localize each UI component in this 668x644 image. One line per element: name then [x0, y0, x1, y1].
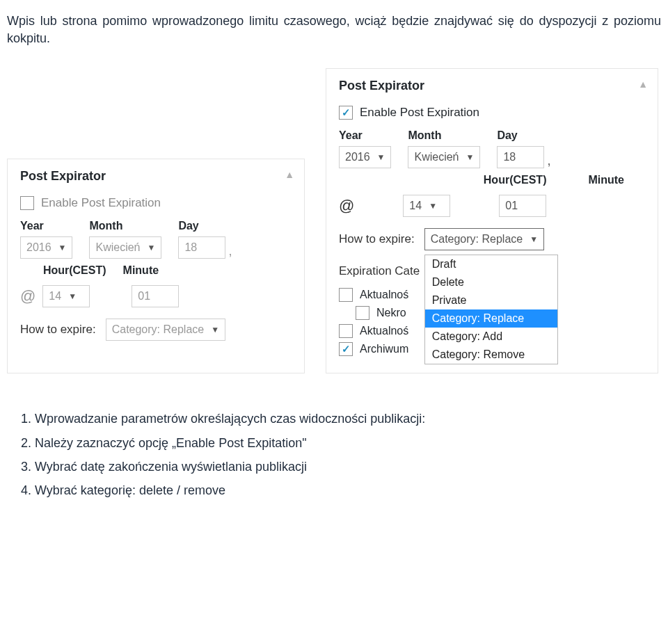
minute-label: Minute: [588, 174, 624, 186]
post-expirator-panel-disabled: ▲ Post Expirator Enable Post Expiration …: [7, 159, 305, 373]
year-label: Year: [339, 129, 391, 142]
enable-expiration-label: Enable Post Expiration: [41, 196, 161, 210]
day-label: Day: [497, 129, 550, 142]
chevron-down-icon: ▼: [429, 201, 437, 211]
dropdown-option[interactable]: Private: [425, 291, 557, 309]
chevron-down-icon: ▼: [68, 291, 77, 301]
month-label: Month: [89, 220, 161, 232]
how-to-expire-label: How to expire:: [20, 323, 96, 337]
post-expirator-panel-enabled: ▲ Post Expirator Enable Post Expiration …: [326, 68, 658, 373]
category-label: Aktualnoś: [360, 289, 408, 301]
how-to-expire-dropdown: Draft Delete Private Category: Replace C…: [424, 255, 558, 364]
dropdown-option[interactable]: Category: Remove: [425, 346, 557, 364]
comma: ,: [228, 244, 232, 259]
year-label: Year: [20, 220, 72, 232]
category-checkbox[interactable]: [356, 306, 369, 320]
chevron-down-icon: ▼: [211, 325, 219, 335]
year-select[interactable]: 2016▼: [20, 236, 72, 259]
category-checkbox[interactable]: [339, 288, 353, 302]
how-to-expire-select[interactable]: Category: Replace▼: [106, 319, 225, 341]
enable-expiration-label: Enable Post Expiration: [360, 106, 479, 120]
panel-title: Post Expirator: [20, 169, 292, 184]
step-item: Wprowadzanie parametrów określających cz…: [35, 407, 661, 430]
comma: ,: [547, 154, 550, 168]
chevron-down-icon: ▼: [148, 243, 156, 252]
instruction-steps: Wprowadzanie parametrów określających cz…: [7, 407, 661, 502]
dropdown-option[interactable]: Category: Add: [425, 328, 557, 346]
day-input[interactable]: 18: [497, 146, 544, 168]
category-label: Nekro: [376, 307, 406, 319]
intro-text: Wpis lub strona pomimo wprowadzonego lim…: [7, 13, 661, 47]
at-symbol: @: [20, 287, 35, 305]
step-item: Należy zaznaczyć opcję „Enable Post Expi…: [35, 431, 661, 455]
step-item: Wybrać kategorię: delete / remove: [35, 478, 661, 502]
chevron-down-icon: ▼: [377, 152, 385, 162]
hour-select[interactable]: 14▼: [42, 285, 90, 307]
minute-input[interactable]: 01: [499, 195, 546, 217]
at-symbol: @: [339, 197, 354, 215]
hour-label: Hour(CEST): [484, 174, 547, 186]
panel-title: Post Expirator: [339, 79, 645, 93]
hour-select[interactable]: 14▼: [403, 195, 450, 217]
dropdown-option[interactable]: Draft: [425, 255, 557, 273]
category-checkbox[interactable]: [339, 342, 353, 356]
dropdown-option-selected[interactable]: Category: Replace: [425, 309, 557, 328]
chevron-down-icon: ▼: [466, 152, 475, 162]
month-select[interactable]: Kwiecień▼: [408, 146, 480, 168]
month-select[interactable]: Kwiecień▼: [89, 236, 161, 259]
year-select[interactable]: 2016▼: [339, 146, 391, 168]
chevron-down-icon: ▼: [58, 243, 67, 252]
day-input[interactable]: 18: [178, 236, 225, 259]
category-checkbox[interactable]: [339, 324, 353, 338]
dropdown-option[interactable]: Delete: [425, 273, 557, 291]
collapse-icon[interactable]: ▲: [285, 169, 294, 180]
how-to-expire-label: How to expire:: [339, 232, 415, 246]
category-label: Aktualnoś: [360, 325, 408, 337]
chevron-down-icon: ▼: [530, 234, 538, 244]
enable-expiration-checkbox[interactable]: [339, 106, 353, 120]
month-label: Month: [408, 129, 480, 142]
how-to-expire-select[interactable]: Category: Replace▼: [424, 228, 544, 250]
step-item: Wybrać datę zakończenia wyświetlania pub…: [35, 455, 661, 478]
day-label: Day: [178, 220, 232, 232]
hour-label: Hour(CEST): [43, 264, 106, 277]
enable-expiration-checkbox[interactable]: [20, 196, 34, 210]
minute-input[interactable]: 01: [132, 285, 179, 307]
minute-label: Minute: [123, 264, 159, 277]
category-label: Archiwum: [360, 343, 408, 355]
expiration-category-label: Expiration Cate: [339, 264, 420, 278]
collapse-icon[interactable]: ▲: [638, 79, 648, 90]
